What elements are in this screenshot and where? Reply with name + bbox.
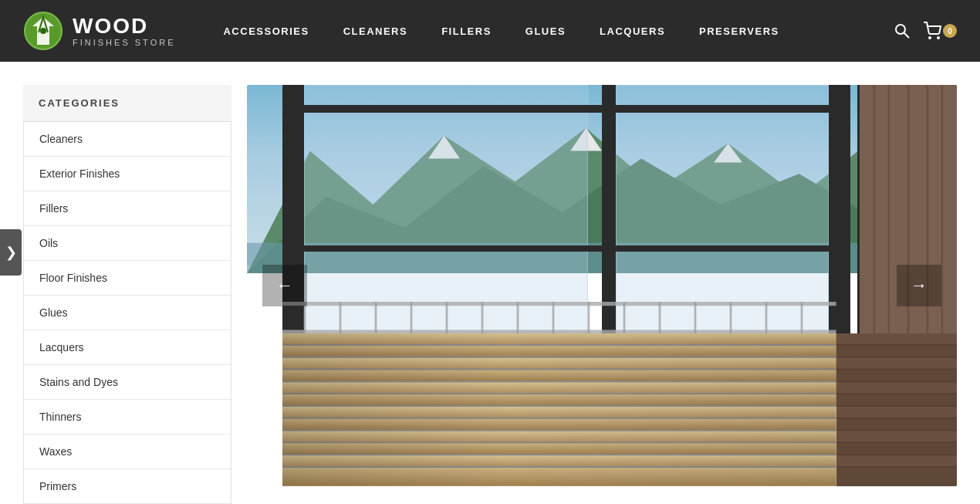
left-panel-toggle[interactable]: ❯: [0, 229, 22, 276]
nav-lacquers[interactable]: LACQUERS: [583, 25, 682, 37]
chevron-icon: ❯: [5, 244, 17, 261]
sidebar-item-exterior-finishes[interactable]: Exterior Finishes: [24, 157, 231, 191]
svg-point-2: [896, 25, 905, 34]
svg-rect-69: [659, 302, 661, 334]
sidebar-item-primers[interactable]: Primers: [24, 469, 231, 503]
svg-rect-70: [694, 302, 697, 334]
svg-rect-45: [836, 407, 957, 418]
cart-icon: [923, 22, 941, 40]
outdoor-deck: [282, 333, 836, 486]
svg-rect-37: [282, 333, 836, 486]
logo-icon: [23, 11, 63, 51]
slider-prev-button[interactable]: ←: [262, 265, 307, 306]
categories-heading: CATEGORIES: [23, 85, 231, 122]
svg-rect-65: [517, 302, 519, 334]
sidebar: CATEGORIES Cleaners Exterior Finishes Fi…: [23, 85, 231, 504]
indoor-floor: [836, 333, 957, 486]
svg-point-1: [40, 28, 46, 34]
list-item: Stains and Dyes: [24, 365, 231, 400]
list-item: Primers: [24, 469, 231, 504]
list-item: Fillers: [24, 191, 231, 226]
logo-main-text: WOOD: [73, 15, 175, 37]
svg-rect-59: [304, 302, 306, 334]
svg-rect-41: [836, 358, 957, 369]
cart-count: 0: [943, 24, 957, 38]
svg-rect-58: [282, 330, 836, 333]
svg-rect-60: [340, 302, 342, 334]
svg-rect-57: [282, 302, 836, 306]
list-item: Lacquers: [24, 330, 231, 365]
sidebar-item-glues[interactable]: Glues: [24, 296, 231, 330]
svg-line-3: [904, 33, 910, 39]
svg-rect-66: [553, 302, 555, 334]
sidebar-item-thinners[interactable]: Thinners: [24, 400, 231, 434]
header-actions: 0: [894, 22, 957, 40]
list-item: Waxes: [24, 435, 231, 469]
svg-point-5: [938, 37, 939, 39]
logo-text: WOOD FINISHES STORE: [73, 15, 175, 47]
svg-rect-47: [836, 431, 957, 442]
svg-rect-43: [836, 383, 957, 394]
svg-rect-64: [482, 302, 484, 334]
railing: [282, 302, 836, 334]
svg-rect-39: [836, 333, 957, 344]
svg-rect-73: [801, 302, 803, 334]
nav-cleaners[interactable]: CLEANERS: [326, 25, 425, 37]
svg-rect-46: [836, 419, 957, 430]
svg-rect-40: [836, 346, 957, 357]
svg-rect-44: [836, 394, 957, 405]
search-icon: [894, 22, 911, 39]
sidebar-item-floor-finishes[interactable]: Floor Finishes: [24, 261, 231, 295]
frame-bar-mid: [282, 245, 836, 252]
frame-bar-top: [282, 105, 836, 113]
sidebar-item-lacquers[interactable]: Lacquers: [24, 330, 231, 364]
svg-rect-68: [623, 302, 626, 334]
svg-rect-49: [836, 455, 957, 466]
svg-rect-50: [836, 468, 957, 486]
list-item: Cleaners: [24, 122, 231, 157]
list-item: Exterior Finishes: [24, 157, 231, 191]
list-item: Thinners: [24, 400, 231, 435]
svg-rect-62: [411, 302, 413, 334]
svg-point-4: [929, 37, 931, 39]
svg-rect-71: [730, 302, 732, 334]
cart-icon-wrap: 0: [923, 22, 957, 40]
svg-rect-61: [375, 302, 377, 334]
main-nav: ACCESSORIES CLEANERS FILLERS GLUES LACQU…: [206, 25, 894, 37]
slider-next-button[interactable]: →: [897, 265, 941, 306]
svg-rect-48: [836, 444, 957, 455]
list-item: Glues: [24, 296, 231, 330]
main-content: CATEGORIES Cleaners Exterior Finishes Fi…: [0, 62, 980, 504]
search-button[interactable]: [894, 22, 911, 39]
list-item: Floor Finishes: [24, 261, 231, 296]
logo[interactable]: WOOD FINISHES STORE: [23, 11, 175, 51]
hero-scene: [247, 85, 957, 486]
sidebar-item-stains-dyes[interactable]: Stains and Dyes: [24, 365, 231, 399]
svg-rect-42: [836, 370, 957, 381]
svg-rect-63: [446, 302, 448, 334]
sidebar-item-fillers[interactable]: Fillers: [24, 191, 231, 225]
sidebar-item-oils[interactable]: Oils: [24, 226, 231, 260]
logo-sub-text: FINISHES STORE: [73, 39, 175, 47]
svg-rect-67: [588, 302, 590, 334]
nav-fillers[interactable]: FILLERS: [424, 25, 509, 37]
sidebar-item-waxes[interactable]: Waxes: [24, 435, 231, 468]
list-item: Oils: [24, 226, 231, 261]
svg-rect-72: [765, 302, 768, 334]
nav-accessories[interactable]: ACCESSORIES: [206, 25, 326, 37]
nav-preservers[interactable]: PRESERVERS: [682, 25, 796, 37]
sidebar-item-cleaners[interactable]: Cleaners: [24, 122, 231, 156]
hero-slider: ← →: [247, 85, 957, 486]
category-list: Cleaners Exterior Finishes Fillers Oils …: [23, 122, 231, 504]
cart-button[interactable]: 0: [923, 22, 957, 40]
nav-glues[interactable]: GLUES: [509, 25, 583, 37]
site-header: WOOD FINISHES STORE ACCESSORIES CLEANERS…: [0, 0, 980, 62]
